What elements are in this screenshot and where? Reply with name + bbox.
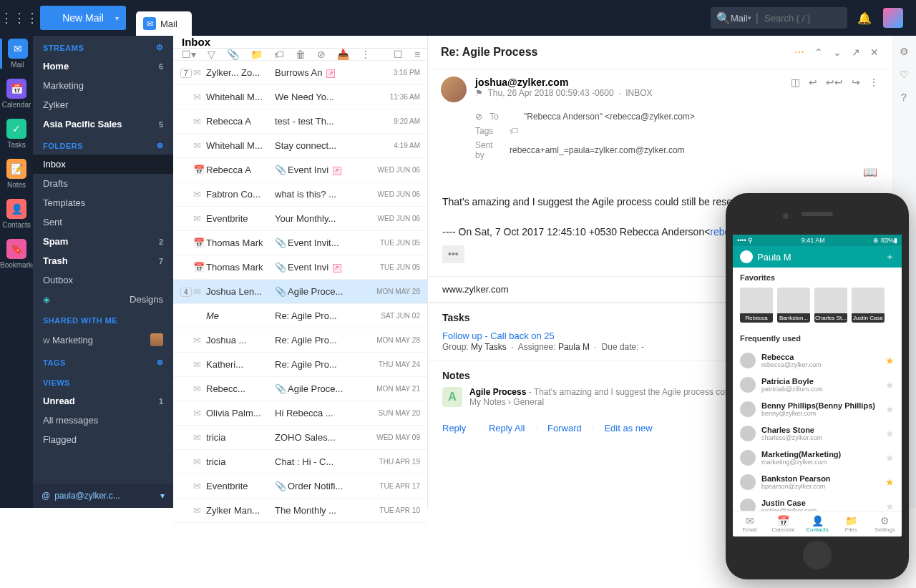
- message-row[interactable]: ✉Joshua ...Re: Agile Pro... MON MAY 28: [173, 328, 427, 353]
- archive-icon[interactable]: 📥: [337, 49, 349, 60]
- contact-row[interactable]: Marketing(Marketing)marketing@zylker.com…: [733, 446, 902, 470]
- message-row[interactable]: ✉Rebecc...📎Agile Proce... MON MAY 21: [173, 377, 427, 401]
- phone-tab[interactable]: 📅Calendar: [766, 511, 800, 536]
- contact-row[interactable]: Charles Stonecharless@zylker.com★: [733, 421, 902, 446]
- phone-tab[interactable]: 👤Contacts: [800, 511, 834, 536]
- message-row[interactable]: 7✉Zylker... Zo...Burrows An ↗3:16 PM: [173, 61, 427, 85]
- reply-all-button[interactable]: Reply All: [489, 423, 525, 433]
- checkbox-icon[interactable]: ☐▾: [182, 49, 196, 60]
- folder-icon[interactable]: 📁: [250, 49, 263, 60]
- edit-as-new-button[interactable]: Edit as new: [604, 423, 652, 433]
- message-row[interactable]: ✉Eventbrite📎Order Notifi... TUE APR 17: [173, 474, 427, 499]
- streams-icon[interactable]: ⋯: [794, 46, 804, 58]
- contact-row[interactable]: Rebeccarebecca@zylker.com★: [733, 348, 902, 373]
- layout-icon[interactable]: ☐: [394, 49, 403, 60]
- sidebar-folder-sent[interactable]: Sent: [33, 212, 173, 232]
- plus-icon[interactable]: ⊕: [157, 358, 164, 367]
- account-switcher[interactable]: @paula@zylker.c...▾: [33, 484, 173, 508]
- book-icon[interactable]: 📖: [863, 166, 877, 178]
- sidebar-stream-asia[interactable]: Asia Pacific Sales5: [33, 114, 173, 134]
- message-row[interactable]: ✉Katheri...Re: Agile Pro... THU MAY 24: [173, 353, 427, 377]
- more-icon[interactable]: ⋮: [361, 49, 371, 60]
- message-row[interactable]: 📅Thomas Mark📎Event Invi ↗TUE JUN 05: [173, 255, 427, 280]
- contact-row[interactable]: Patricia Boylepatriciab@zillum.com★: [733, 373, 902, 397]
- star-icon[interactable]: ★: [885, 476, 895, 488]
- message-row[interactable]: ✉Rebecca Atest - test Th... 9:20 AM: [173, 109, 427, 134]
- message-row[interactable]: 📅Thomas Mark📎Event Invit... TUE JUN 05: [173, 231, 427, 255]
- trash-icon[interactable]: 🗑: [296, 49, 306, 60]
- message-row[interactable]: MeRe: Agile Pro... SAT JUN 02: [173, 304, 427, 328]
- message-row[interactable]: ✉EventbriteYour Monthly... WED JUN 06: [173, 207, 427, 231]
- forward-button[interactable]: Forward: [547, 423, 582, 433]
- search-bar[interactable]: 🔍 Mail ▾ |: [711, 7, 847, 29]
- apps-grid-icon[interactable]: ⋮⋮⋮: [0, 10, 33, 26]
- message-row[interactable]: ✉Fabtron Co...what is this? ... WED JUN …: [173, 182, 427, 207]
- rail-mail[interactable]: ✉Mail: [0, 39, 33, 69]
- more-icon[interactable]: ⋮: [869, 77, 879, 102]
- message-row[interactable]: ✉Whitehall M...Stay connect... 4:19 AM: [173, 134, 427, 158]
- sidebar-stream-zylker[interactable]: Zylker: [33, 95, 173, 114]
- rail-bookmarks[interactable]: 🔖Bookmarks: [0, 239, 33, 269]
- spam-icon[interactable]: ⊘: [317, 49, 326, 60]
- help-icon[interactable]: ?: [901, 92, 907, 103]
- sidebar-folder-spam[interactable]: Spam2: [33, 232, 173, 251]
- sidebar-folder-trash[interactable]: Trash7: [33, 251, 173, 270]
- sidebar-folder-drafts[interactable]: Drafts: [33, 174, 173, 193]
- message-row[interactable]: ✉Whitehall M...We Need Yo... 11:36 AM: [173, 85, 427, 109]
- phone-tab[interactable]: 📁Files: [834, 511, 868, 536]
- contact-row[interactable]: Bankston Pearsonbpearson@zylker.com★: [733, 470, 902, 494]
- forward-icon[interactable]: ↪: [852, 77, 860, 102]
- tag-icon[interactable]: 🏷: [274, 49, 284, 60]
- sidebar-folder-templates[interactable]: Templates: [33, 193, 173, 212]
- filter-icon[interactable]: ▽: [208, 49, 215, 60]
- sidebar-shared-marketing[interactable]: w Marketing: [33, 329, 173, 351]
- message-row[interactable]: 4✉Joshua Len...📎Agile Proce... MON MAY 2…: [173, 280, 427, 304]
- favorite-contact[interactable]: Justin Case: [852, 288, 885, 323]
- tag-icon[interactable]: 🏷: [510, 126, 518, 136]
- list-view-icon[interactable]: ≡: [414, 49, 420, 60]
- task-link[interactable]: Follow up - Call back on 25: [442, 330, 555, 341]
- phone-tab[interactable]: ⚙Settings: [868, 511, 902, 536]
- gear-icon[interactable]: ⚙: [900, 46, 909, 57]
- plus-icon[interactable]: ＋: [885, 250, 895, 263]
- sidebar-stream-home[interactable]: Home6: [33, 57, 173, 76]
- popout-icon[interactable]: ↗: [852, 46, 860, 58]
- star-icon[interactable]: ★: [885, 379, 895, 391]
- rail-notes[interactable]: 📝Notes: [0, 159, 33, 189]
- star-icon[interactable]: ★: [885, 501, 895, 511]
- flag-icon[interactable]: ⚑: [475, 88, 483, 98]
- sidebar-view-unread[interactable]: Unread1: [33, 391, 173, 411]
- sidebar-folder-designs[interactable]: ◈ Designs: [33, 290, 173, 309]
- reply-button[interactable]: Reply: [442, 423, 466, 433]
- expand-quote[interactable]: •••: [442, 245, 464, 263]
- contact-row[interactable]: Justin Casejustinc@zylker.com★: [733, 494, 902, 511]
- reply-all-icon[interactable]: ↩↩: [826, 77, 843, 102]
- phone-tab[interactable]: ✉Email: [733, 511, 766, 536]
- home-button[interactable]: [803, 541, 832, 569]
- message-row[interactable]: ✉triciaChat : Hi - C... THU APR 19: [173, 450, 427, 474]
- sidebar-folder-outbox[interactable]: Outbox: [33, 270, 173, 290]
- plus-icon[interactable]: ⊕: [157, 141, 164, 150]
- favorite-contact[interactable]: Charles St...: [814, 288, 847, 323]
- rail-tasks[interactable]: ✓Tasks: [0, 119, 33, 149]
- sidebar-view-all[interactable]: All messages: [33, 411, 173, 430]
- sidebar-folder-inbox[interactable]: Inbox: [33, 155, 173, 174]
- tab-mail[interactable]: ✉Mail: [136, 11, 192, 36]
- favorite-contact[interactable]: Bankston...: [777, 288, 810, 323]
- rail-calendar[interactable]: 📅Calendar: [0, 79, 33, 109]
- close-icon[interactable]: ✕: [870, 46, 879, 58]
- rail-contacts[interactable]: 👤Contacts: [0, 199, 33, 229]
- up-icon[interactable]: ⌃: [814, 46, 823, 58]
- message-row[interactable]: 📅Rebecca A📎Event Invi ↗WED JUN 06: [173, 158, 427, 182]
- star-icon[interactable]: ★: [885, 452, 895, 464]
- reply-icon[interactable]: ↩: [809, 77, 817, 102]
- contact-row[interactable]: Benny Phillips(Benny Phillips)benny@zylk…: [733, 397, 902, 421]
- star-icon[interactable]: ★: [885, 428, 895, 439]
- settings-icon[interactable]: ⚙: [156, 43, 164, 52]
- bell-icon[interactable]: 🔔: [857, 11, 872, 25]
- message-row[interactable]: ✉triciaZOHO Sales... WED MAY 09: [173, 426, 427, 450]
- attachment-icon[interactable]: 📎: [227, 49, 239, 60]
- sidebar-view-flagged[interactable]: Flagged: [33, 430, 173, 449]
- message-row[interactable]: ✉Zylker Man...The Monthly ... TUE APR 10: [173, 499, 427, 523]
- sticky-icon[interactable]: ◫: [791, 77, 800, 102]
